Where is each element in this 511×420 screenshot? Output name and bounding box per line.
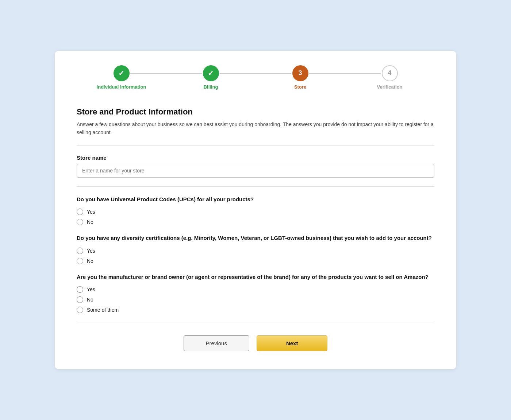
main-card: ✓ Individual Information ✓ Billing 3 Sto… — [55, 51, 456, 369]
store-name-group: Store name — [77, 155, 434, 178]
divider-top — [77, 145, 434, 146]
checkmark-icon: ✓ — [118, 70, 124, 77]
question3-no-label: No — [87, 297, 93, 303]
store-name-label: Store name — [77, 155, 434, 161]
question1-yes[interactable]: Yes — [77, 209, 434, 215]
question2-radio-group: Yes No — [77, 248, 434, 264]
question3-some-label: Some of them — [87, 307, 119, 313]
step-verification: 4 Verification — [345, 65, 434, 90]
question3-radio-group: Yes No Some of them — [77, 286, 434, 313]
question1-radio-group: Yes No — [77, 209, 434, 225]
question2-label: Do you have any diversity certifications… — [77, 234, 434, 242]
question3-yes-label: Yes — [87, 287, 95, 292]
question2-yes-label: Yes — [87, 248, 95, 254]
question1-no-radio[interactable] — [77, 219, 83, 225]
question3-some[interactable]: Some of them — [77, 307, 434, 313]
question1-group: Do you have Universal Product Codes (UPC… — [77, 195, 434, 226]
form-description: Answer a few questions about your busine… — [77, 120, 434, 137]
step-number-verification: 4 — [388, 69, 391, 77]
question3-yes[interactable]: Yes — [77, 286, 434, 293]
question3-some-radio[interactable] — [77, 307, 83, 313]
step-billing: ✓ Billing — [166, 65, 256, 90]
question1-no-label: No — [87, 219, 93, 225]
question2-group: Do you have any diversity certifications… — [77, 234, 434, 264]
question3-group: Are you the manufacturer or brand owner … — [77, 273, 434, 314]
question2-no[interactable]: No — [77, 258, 434, 264]
question1-yes-radio[interactable] — [77, 209, 83, 215]
stepper: ✓ Individual Information ✓ Billing 3 Sto… — [77, 65, 434, 90]
form-title: Store and Product Information — [77, 107, 434, 117]
step-label-verification: Verification — [377, 84, 402, 90]
step-individual-info: ✓ Individual Information — [77, 65, 166, 90]
question3-label: Are you the manufacturer or brand owner … — [77, 273, 434, 281]
divider-bottom — [77, 322, 434, 322]
question2-yes-radio[interactable] — [77, 248, 83, 254]
next-button[interactable]: Next — [257, 335, 328, 351]
question3-no-radio[interactable] — [77, 296, 83, 303]
checkmark-icon-billing: ✓ — [208, 70, 214, 77]
store-name-input[interactable] — [77, 164, 434, 178]
step-number-store: 3 — [298, 69, 302, 77]
step-circle-individual-info: ✓ — [114, 65, 130, 81]
step-label-billing: Billing — [204, 84, 218, 90]
question2-no-label: No — [87, 258, 93, 264]
step-store: 3 Store — [256, 65, 345, 90]
question3-yes-radio[interactable] — [77, 286, 83, 293]
question3-no[interactable]: No — [77, 296, 434, 303]
divider-q1 — [77, 186, 434, 187]
question2-yes[interactable]: Yes — [77, 248, 434, 254]
question1-yes-label: Yes — [87, 209, 95, 215]
question2-no-radio[interactable] — [77, 258, 83, 264]
question1-no[interactable]: No — [77, 219, 434, 225]
step-circle-billing: ✓ — [203, 65, 219, 81]
question1-label: Do you have Universal Product Codes (UPC… — [77, 195, 434, 204]
step-circle-store: 3 — [292, 65, 308, 81]
button-row: Previous Next — [77, 335, 434, 351]
previous-button[interactable]: Previous — [184, 335, 249, 351]
step-label-store: Store — [294, 84, 306, 90]
step-label-individual-info: Individual Information — [97, 84, 146, 90]
step-circle-verification: 4 — [382, 65, 398, 81]
form-content: Store and Product Information Answer a f… — [77, 107, 434, 351]
